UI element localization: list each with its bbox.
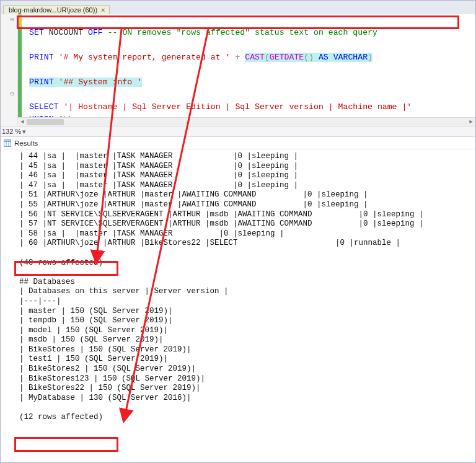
results-icon <box>3 139 12 148</box>
results-text: | 44 |sa | |master |TASK MANAGER |0 |sle… <box>1 149 475 425</box>
results-tab[interactable]: Results <box>1 137 475 149</box>
code-area[interactable]: SET NOCOUNT OFF -- ON removes "rows affe… <box>18 14 475 117</box>
scroll-left-icon[interactable]: ◄ <box>18 118 27 126</box>
change-marker <box>18 27 22 117</box>
fold-icon[interactable]: ⊟ <box>9 17 15 23</box>
sql-editor[interactable]: ⊟ ⊟ SET NOCOUNT OFF -- ON removes "rows … <box>1 14 475 126</box>
app-window: blog-makrdow...UR\joze (60)) × ⊟ ⊟ SET N… <box>0 0 476 463</box>
change-marker <box>18 14 22 27</box>
close-icon[interactable]: × <box>101 6 105 14</box>
scrollbar-track[interactable] <box>27 118 467 126</box>
scrollbar-thumb[interactable] <box>27 119 64 125</box>
editor-gutter: ⊟ ⊟ <box>1 14 18 126</box>
svg-rect-1 <box>4 139 11 141</box>
horizontal-scrollbar[interactable]: ◄ ► <box>18 117 475 126</box>
tab-strip: blog-makrdow...UR\joze (60)) × <box>1 1 475 14</box>
results-label: Results <box>14 139 38 147</box>
fold-icon[interactable]: ⊟ <box>9 92 15 97</box>
results-pane[interactable]: | 44 |sa | |master |TASK MANAGER |0 |sle… <box>1 149 475 462</box>
scroll-right-icon[interactable]: ► <box>467 118 475 126</box>
tab-title: blog-makrdow...UR\joze (60)) <box>9 6 97 14</box>
editor-tab[interactable]: blog-makrdow...UR\joze (60)) × <box>3 5 110 14</box>
